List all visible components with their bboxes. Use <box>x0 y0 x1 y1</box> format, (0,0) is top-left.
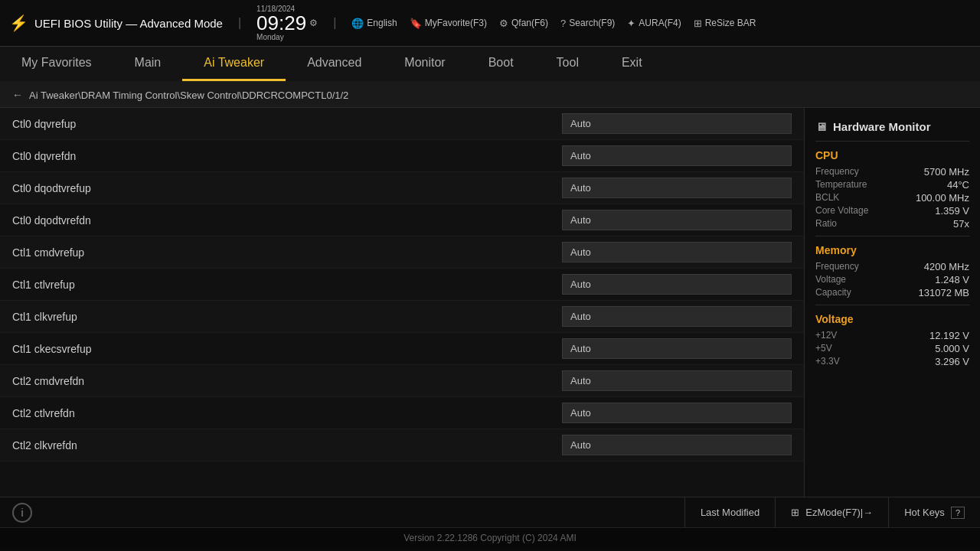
setting-label-ctl0-dqodtvrefdn: Ctl0 dqodtvrefdn <box>12 214 562 227</box>
setting-value-ctl0-dqodtvrefup[interactable]: Auto <box>562 178 792 198</box>
hotkeys-label: Hot Keys <box>904 507 945 518</box>
tool-english-label: English <box>367 18 397 28</box>
footer-right: Last Modified ⊞ EzMode(F7)|→ Hot Keys ? <box>684 497 980 528</box>
hotkeys-button[interactable]: Hot Keys ? <box>888 497 980 528</box>
setting-value-ctl1-ckecsvrefup[interactable]: Auto <box>562 338 792 359</box>
mem-frequency-row: Frequency 4200 MHz <box>815 261 969 272</box>
last-modified-button[interactable]: Last Modified <box>684 497 775 528</box>
setting-value-ctl1-cmdvrefup[interactable]: Auto <box>562 242 792 262</box>
setting-value-ctl2-ctlvrefdn[interactable]: Auto <box>562 403 792 423</box>
mem-capacity-row: Capacity 131072 MB <box>815 287 969 298</box>
mem-capacity-label: Capacity <box>815 287 851 298</box>
datetime-area: 11/18/2024 09:29 ⚙ Monday <box>256 5 318 41</box>
setting-value-ctl2-cmdvrefdn[interactable]: Auto <box>562 370 792 391</box>
nav-exit[interactable]: Exit <box>600 47 664 81</box>
volt-5v-row: +5V 5.000 V <box>815 343 969 354</box>
bookmark-icon: 🔖 <box>410 18 422 29</box>
setting-label-ctl0-dqodtvrefup: Ctl0 dqodtvrefup <box>12 182 562 194</box>
cpu-bclk-value: 100.00 MHz <box>916 192 969 204</box>
nav-advanced[interactable]: Advanced <box>286 47 383 81</box>
setting-value-ctl0-dqvrefdn[interactable]: Auto <box>562 145 792 166</box>
logo-area: ⚡ UEFI BIOS Utility — Advanced Mode <box>9 14 223 32</box>
setting-label-ctl1-cmdvrefup: Ctl1 cmdvrefup <box>12 246 562 259</box>
setting-row-ctl2-ctlvrefdn: Ctl2 ctlvrefdnAuto <box>0 397 804 429</box>
mem-voltage-label: Voltage <box>815 274 846 285</box>
setting-value-ctl0-dqvrefup[interactable]: Auto <box>562 113 792 134</box>
setting-row-ctl0-dqodtvrefup: Ctl0 dqodtvrefupAuto <box>0 172 804 204</box>
divider2 <box>815 305 969 305</box>
cpu-ratio-row: Ratio 57x <box>815 218 969 230</box>
footer-left: i <box>0 503 684 523</box>
bottom-bar: Version 2.22.1286 Copyright (C) 2024 AMI <box>0 527 980 548</box>
setting-value-ctl1-ctlvrefup[interactable]: Auto <box>562 274 792 295</box>
volt-12v-row: +12V 12.192 V <box>815 330 969 341</box>
setting-label-ctl1-clkvrefup: Ctl1 clkvrefup <box>12 311 562 323</box>
setting-row-ctl0-dqvrefdn: Ctl0 dqvrefdnAuto <box>0 140 804 172</box>
hardware-monitor-sidebar: 🖥 Hardware Monitor CPU Frequency 5700 MH… <box>804 108 980 497</box>
version-text: Version 2.22.1286 Copyright (C) 2024 AMI <box>403 533 576 543</box>
setting-row-ctl1-clkvrefup: Ctl1 clkvrefupAuto <box>0 301 804 333</box>
search-icon: ? <box>560 18 566 29</box>
setting-label-ctl0-dqvrefdn: Ctl0 dqvrefdn <box>12 150 562 162</box>
nav-monitor[interactable]: Monitor <box>383 47 466 81</box>
mem-voltage-value: 1.248 V <box>935 274 969 285</box>
setting-value-ctl1-clkvrefup[interactable]: Auto <box>562 306 792 327</box>
settings-icon[interactable]: ⚙ <box>309 18 318 28</box>
monitor-icon: 🖥 <box>815 120 827 133</box>
tool-aura-label: AURA(F4) <box>639 18 681 28</box>
hotkeys-icon: ? <box>951 507 965 519</box>
setting-value-ctl2-clkvrefdn[interactable]: Auto <box>562 435 792 455</box>
mem-frequency-value: 4200 MHz <box>924 261 969 272</box>
cpu-ratio-value: 57x <box>953 218 969 230</box>
ezmode-label: EzMode(F7)|→ <box>805 507 873 518</box>
setting-row-ctl2-cmdvrefdn: Ctl2 cmdvrefdnAuto <box>0 365 804 397</box>
aura-icon: ✦ <box>627 18 635 29</box>
nav-main[interactable]: Main <box>113 47 183 81</box>
voltage-section-title: Voltage <box>815 313 969 325</box>
hw-monitor-title: 🖥 Hardware Monitor <box>815 116 969 142</box>
setting-label-ctl2-clkvrefdn: Ctl2 clkvrefdn <box>12 439 562 452</box>
tool-resizebar-label: ReSize BAR <box>705 18 756 28</box>
cpu-corevoltage-row: Core Voltage 1.359 V <box>815 205 969 217</box>
ezmode-icon: ⊞ <box>791 507 799 518</box>
cpu-frequency-row: Frequency 5700 MHz <box>815 166 969 178</box>
cpu-corevoltage-label: Core Voltage <box>815 205 868 217</box>
cpu-ratio-label: Ratio <box>815 218 837 230</box>
nav-boot[interactable]: Boot <box>467 47 535 81</box>
nav-my-favorites[interactable]: My Favorites <box>0 47 113 81</box>
ezmode-button[interactable]: ⊞ EzMode(F7)|→ <box>775 497 888 528</box>
tool-qfan[interactable]: ⚙ Qfan(F6) <box>499 18 548 29</box>
nav-ai-tweaker[interactable]: Ai Tweaker <box>182 47 286 81</box>
cpu-temperature-label: Temperature <box>815 179 867 191</box>
time-display: 09:29 <box>256 13 306 33</box>
settings-panel: Ctl0 dqvrefupAutoCtl0 dqvrefdnAutoCtl0 d… <box>0 108 804 497</box>
volt-33v-value: 3.296 V <box>935 356 969 367</box>
mem-frequency-label: Frequency <box>815 261 859 272</box>
cpu-temperature-row: Temperature 44°C <box>815 179 969 191</box>
setting-row-ctl0-dqodtvrefdn: Ctl0 dqodtvrefdnAuto <box>0 204 804 236</box>
setting-row-ctl1-ckecsvrefup: Ctl1 ckecsvrefupAuto <box>0 333 804 365</box>
resize-icon: ⊞ <box>694 18 702 29</box>
header: ⚡ UEFI BIOS Utility — Advanced Mode | 11… <box>0 0 980 47</box>
cpu-bclk-label: BCLK <box>815 192 839 204</box>
back-arrow-icon[interactable]: ← <box>12 89 23 101</box>
memory-section-title: Memory <box>815 244 969 256</box>
header-tools: 🌐 English 🔖 MyFavorite(F3) ⚙ Qfan(F6) ? … <box>351 18 756 29</box>
tool-aura[interactable]: ✦ AURA(F4) <box>627 18 681 29</box>
tool-english[interactable]: 🌐 English <box>351 18 397 29</box>
tool-search-label: Search(F9) <box>569 18 615 28</box>
tool-myfavorite[interactable]: 🔖 MyFavorite(F3) <box>410 18 487 29</box>
globe-icon: 🌐 <box>351 18 364 29</box>
mem-capacity-value: 131072 MB <box>919 287 970 298</box>
tool-resizebar[interactable]: ⊞ ReSize BAR <box>694 18 756 29</box>
tool-search[interactable]: ? Search(F9) <box>560 18 615 29</box>
setting-value-ctl0-dqodtvrefdn[interactable]: Auto <box>562 210 792 230</box>
info-button[interactable]: i <box>12 503 32 523</box>
mem-voltage-row: Voltage 1.248 V <box>815 274 969 285</box>
volt-33v-row: +3.3V 3.296 V <box>815 356 969 367</box>
nav-tool[interactable]: Tool <box>535 47 600 81</box>
setting-label-ctl2-cmdvrefdn: Ctl2 cmdvrefdn <box>12 375 562 387</box>
footer: i Last Modified ⊞ EzMode(F7)|→ Hot Keys … <box>0 497 980 527</box>
cpu-section-title: CPU <box>815 149 969 161</box>
setting-label-ctl0-dqvrefup: Ctl0 dqvrefup <box>12 118 562 130</box>
